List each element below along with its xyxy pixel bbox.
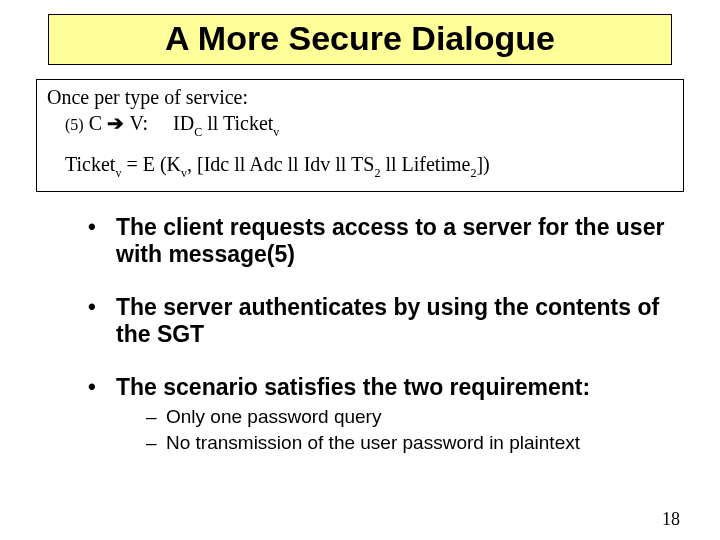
step-from: C: [89, 112, 102, 134]
sub-bullet-item: No transmission of the user password in …: [146, 431, 692, 455]
page-number: 18: [662, 509, 680, 530]
bullet-list: The client requests access to a server f…: [28, 214, 692, 455]
bullet-item: The server authenticates by using the co…: [88, 294, 692, 348]
step-number: (5): [65, 116, 84, 133]
payload-sub: C: [194, 125, 202, 139]
sub-bullet-text: No transmission of the user password in …: [166, 432, 580, 453]
protocol-box: Once per type of service: (5) C ➔ V: IDC…: [36, 79, 684, 192]
ticket-k-sub: v: [181, 166, 187, 180]
ticket-lhs: Ticket: [65, 153, 115, 175]
slide-title: A More Secure Dialogue: [48, 14, 672, 65]
protocol-step-line: (5) C ➔ V: IDC ll Ticketv: [47, 110, 673, 140]
payload-pre: ID: [173, 112, 194, 134]
arrow-icon: ➔: [107, 112, 130, 134]
ticket-definition: Ticketv = E (Kv, [Idc ll Adc ll Idv ll T…: [47, 151, 673, 181]
step-to: V:: [130, 112, 149, 134]
bullet-text: The scenario satisfies the two requireme…: [116, 374, 590, 400]
ticket-sub: v: [115, 166, 121, 180]
ticket-eq: = E (K: [121, 153, 181, 175]
ticket-mid2: ll Lifetime: [380, 153, 470, 175]
sub-bullet-list: Only one password query No transmission …: [116, 401, 692, 455]
ticket-lt-sub: 2: [470, 166, 476, 180]
protocol-intro: Once per type of service:: [47, 84, 673, 110]
sub-bullet-item: Only one password query: [146, 405, 692, 429]
payload-post: ll Ticket: [202, 112, 273, 134]
bullet-text: The client requests access to a server f…: [116, 214, 664, 267]
ticket-ts-sub: 2: [374, 166, 380, 180]
sub-bullet-text: Only one password query: [166, 406, 381, 427]
bullet-text: The server authenticates by using the co…: [116, 294, 659, 347]
bullet-item: The client requests access to a server f…: [88, 214, 692, 268]
ticket-mid: , [Idc ll Adc ll Idv ll TS: [187, 153, 374, 175]
ticket-end: ]): [476, 153, 489, 175]
payload-sub2: v: [273, 125, 279, 139]
slide: A More Secure Dialogue Once per type of …: [0, 0, 720, 540]
bullet-item: The scenario satisfies the two requireme…: [88, 374, 692, 455]
